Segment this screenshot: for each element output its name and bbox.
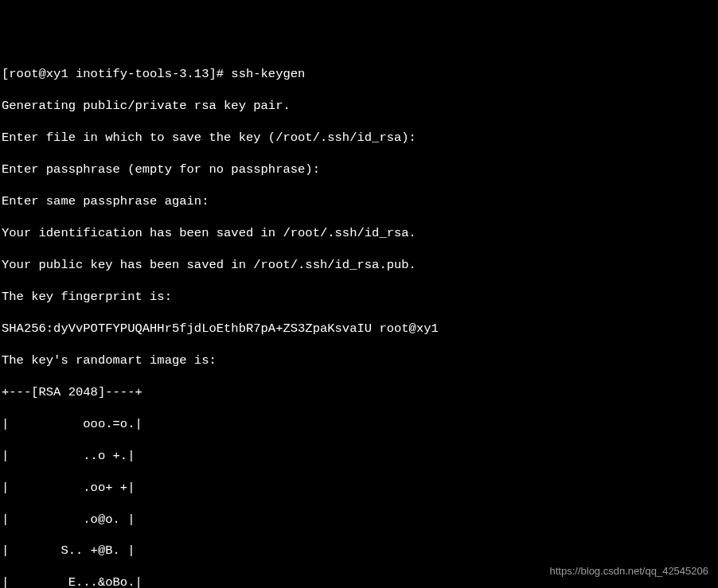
watermark: https://blog.csdn.net/qq_42545206: [550, 565, 709, 578]
terminal-line: Generating public/private rsa key pair.: [2, 99, 716, 115]
terminal-line: The key's randomart image is:: [2, 353, 716, 369]
randomart-line: | S.. +@B. |: [2, 543, 716, 559]
randomart-line: | ..o +.|: [2, 449, 716, 465]
randomart-line: | .o@o. |: [2, 512, 716, 528]
randomart-line: | ooo.=o.|: [2, 417, 716, 433]
terminal-line: Your public key has been saved in /root/…: [2, 258, 716, 274]
terminal-line: [root@xy1 inotify-tools-3.13]# ssh-keyge…: [2, 67, 716, 83]
terminal-line: Enter same passphrase again:: [2, 194, 716, 210]
randomart-line: +---[RSA 2048]----+: [2, 385, 716, 401]
terminal-line: The key fingerprint is:: [2, 290, 716, 306]
randomart-line: | .oo+ +|: [2, 481, 716, 496]
terminal-line: Enter passphrase (empty for no passphras…: [2, 162, 716, 178]
terminal-line: Your identification has been saved in /r…: [2, 226, 716, 242]
command: ssh-keygen: [231, 67, 305, 81]
prompt: [root@xy1 inotify-tools-3.13]#: [2, 67, 231, 81]
terminal-line: Enter file in which to save the key (/ro…: [2, 130, 716, 146]
terminal-line: SHA256:dyVvPOTFYPUQAHHr5fjdLoEthbR7pA+ZS…: [2, 321, 716, 337]
